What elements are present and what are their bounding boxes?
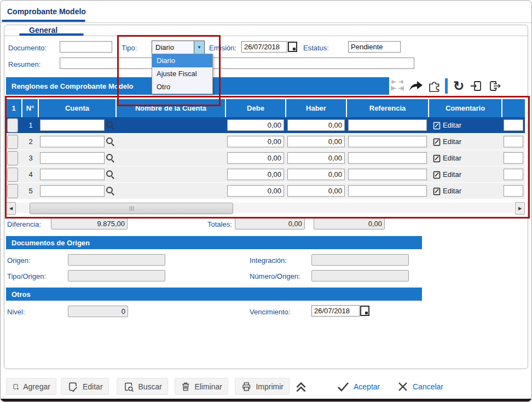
cuenta-input[interactable]: [40, 152, 105, 164]
haber-input[interactable]: [287, 169, 345, 180]
resumen-input[interactable]: [60, 58, 414, 69]
tipo-option-ajuste-fiscal[interactable]: Ajuste Fiscal: [152, 67, 212, 81]
referencia-input[interactable]: [348, 185, 427, 197]
tab-comprobante-modelo[interactable]: Comprobante Modelo: [7, 7, 86, 16]
table-row-3[interactable]: 3 Editar: [6, 150, 525, 166]
imprimir-button[interactable]: Imprimir: [235, 378, 290, 395]
cuenta-input[interactable]: [40, 136, 105, 147]
app-window: Comprobante Modelo General Documento: Ti…: [0, 0, 532, 402]
editar-cell[interactable]: Editar: [433, 185, 461, 197]
extra-input[interactable]: [504, 152, 523, 164]
origen-field: [68, 254, 165, 266]
haber-input[interactable]: [287, 152, 345, 164]
row-selector-button[interactable]: [7, 118, 18, 133]
integracion-field: [311, 254, 409, 266]
search-icon[interactable]: [106, 153, 114, 162]
tipo-origen-label: Tipo/Origen:: [7, 272, 46, 280]
search-icon[interactable]: [106, 137, 114, 146]
edit-note-icon: [433, 170, 441, 179]
aceptar-button[interactable]: Aceptar: [337, 380, 380, 394]
cancelar-button[interactable]: Cancelar: [397, 380, 443, 394]
cuenta-input[interactable]: [40, 169, 105, 180]
documento-label: Documento:: [8, 44, 47, 52]
header-col-nombre: Nombre de la Cuenta: [117, 99, 226, 117]
editar-cell[interactable]: Editar: [433, 119, 461, 131]
documento-input[interactable]: [60, 41, 112, 53]
table-row-1[interactable]: 1 Editar: [6, 117, 525, 134]
plugin-puzzle-icon[interactable]: [427, 79, 442, 93]
editar-cell[interactable]: Editar: [433, 136, 461, 147]
tipo-option-otro[interactable]: Otro: [152, 81, 212, 94]
diferencia-label: Diferencia:: [7, 220, 41, 228]
emision-calendar-button[interactable]: [288, 41, 297, 53]
buscar-button[interactable]: Buscar: [117, 378, 168, 395]
row-selector-button[interactable]: [7, 151, 18, 165]
search-icon[interactable]: [106, 186, 114, 195]
estatus-input[interactable]: [348, 41, 401, 53]
refresh-icon[interactable]: ↻: [452, 78, 466, 94]
origen-label: Origen:: [7, 256, 31, 265]
haber-input[interactable]: [287, 119, 345, 131]
eliminar-button[interactable]: Eliminar: [175, 378, 228, 395]
table-row-4[interactable]: 4 Editar: [6, 166, 525, 183]
search-icon[interactable]: [106, 170, 114, 179]
editar-button[interactable]: Editar: [61, 378, 109, 395]
referencia-input[interactable]: [348, 152, 427, 164]
scroll-right-button[interactable]: ▶: [515, 202, 525, 215]
haber-input[interactable]: [287, 185, 345, 197]
search-icon[interactable]: [106, 120, 114, 129]
scrollbar-track[interactable]: [16, 203, 514, 213]
extra-input[interactable]: [504, 136, 523, 147]
table-row-2[interactable]: 2 Editar: [6, 134, 525, 150]
close-icon: [397, 381, 409, 393]
editar-cell[interactable]: Editar: [433, 169, 461, 180]
cuenta-input[interactable]: [40, 185, 105, 197]
debe-input[interactable]: [227, 169, 284, 180]
extra-input[interactable]: [504, 119, 523, 131]
vencimiento-calendar-button[interactable]: [360, 305, 369, 317]
debe-input[interactable]: [227, 136, 284, 147]
row-selector-button[interactable]: [7, 168, 18, 182]
debe-input[interactable]: [227, 185, 284, 197]
tipo-option-diario[interactable]: Diario: [152, 54, 212, 67]
import-rows-icon[interactable]: [469, 79, 483, 93]
row-selector-button[interactable]: [7, 184, 18, 198]
scrollbar-thumb[interactable]: [30, 203, 233, 214]
agregar-label: Agregar: [23, 382, 50, 391]
window-bottom-edge: [1, 399, 532, 401]
resumen-label: Resumen:: [8, 60, 41, 68]
vencimiento-input[interactable]: [311, 305, 360, 317]
share-arrow-icon[interactable]: [408, 79, 424, 93]
table-row-5[interactable]: 5 Editar: [6, 183, 525, 199]
editar-label: Editar: [443, 187, 461, 195]
editar-cell[interactable]: Editar: [433, 152, 461, 164]
add-document-icon: [12, 380, 19, 393]
documentos-origen-section-header: Documentos de Origen: [6, 236, 422, 249]
agregar-button[interactable]: Agregar: [6, 378, 56, 395]
table-hscrollbar[interactable]: ◀ ▶: [6, 202, 525, 214]
tipo-dropdown-button[interactable]: ▼: [194, 41, 204, 54]
scroll-left-button[interactable]: ◀: [6, 202, 16, 215]
referencia-input[interactable]: [348, 136, 427, 147]
row-number: 3: [22, 150, 39, 166]
extra-input[interactable]: [504, 185, 523, 197]
otros-title: Otros: [11, 290, 31, 298]
haber-input[interactable]: [287, 136, 345, 147]
debe-input[interactable]: [227, 152, 284, 164]
tipo-select[interactable]: Diario ▼: [152, 41, 205, 54]
row-selector-button[interactable]: [7, 135, 18, 149]
emision-input[interactable]: [241, 41, 287, 53]
debe-input[interactable]: [227, 119, 284, 131]
nivel-label: Nivel:: [7, 308, 25, 316]
collapse-toolbar-icon[interactable]: [294, 380, 308, 394]
cuenta-input[interactable]: [40, 119, 105, 131]
total-haber-field: [314, 218, 385, 229]
nivel-field: [68, 306, 128, 317]
referencia-input[interactable]: [348, 169, 427, 180]
extra-input[interactable]: [504, 169, 523, 180]
edit-note-icon: [433, 154, 441, 163]
referencia-input[interactable]: [348, 119, 427, 131]
export-rows-icon[interactable]: [488, 79, 502, 93]
resize-columns-icon[interactable]: [389, 78, 406, 94]
toolbar-divider: [445, 78, 448, 94]
